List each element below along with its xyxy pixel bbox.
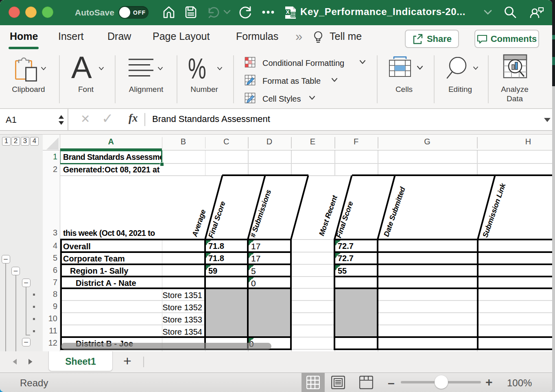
svg-text:X: X [286,9,290,15]
